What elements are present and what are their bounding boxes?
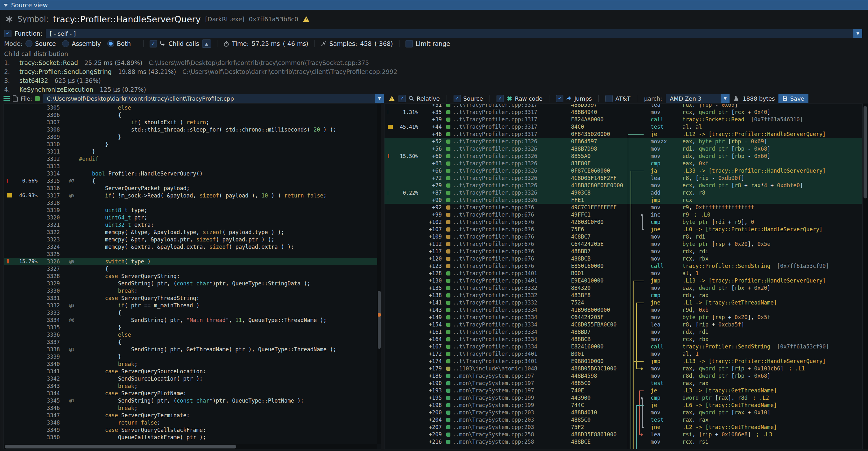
child-call-entry[interactable]: 1.tracy::Socket::Read25.25 ms (54.89%)C:… bbox=[4, 58, 864, 67]
asm-line-79[interactable]: +79..t\TracyProfiler.cpp:3326418B8C80E0B… bbox=[384, 182, 862, 189]
source-line-3314[interactable]: 3314 bool Profiler::HandleServerQuery() bbox=[4, 170, 381, 177]
source-horizontal-scrollbar[interactable] bbox=[4, 444, 377, 449]
source-line-3342[interactable]: 3342 SendSourceLocation( ptr ); bbox=[4, 375, 381, 382]
source-line-3308[interactable]: 3308 std::this_thread::sleep_for( std::c… bbox=[4, 126, 381, 133]
source-line-3306[interactable]: 3306 { bbox=[4, 111, 381, 119]
jump-line[interactable] bbox=[633, 361, 634, 450]
function-checkbox[interactable]: ✓ bbox=[4, 30, 11, 37]
source-line-3337[interactable]: 3337 { bbox=[4, 338, 381, 345]
asm-line-143[interactable]: +143..t\TracyProfiler.cpp:333441B90B0000… bbox=[384, 306, 862, 314]
source-line-3319[interactable]: 3319 uint8_t type; bbox=[4, 206, 381, 214]
child-calls-checkbox[interactable]: ✓ bbox=[150, 40, 157, 48]
source-line-3345[interactable]: 3345@1 SendString( ptr, (const char*)ptr… bbox=[4, 397, 381, 404]
relative-checkbox[interactable]: ✓ bbox=[399, 95, 406, 102]
asm-line-198[interactable]: +198..mon\TracySystem.cpp:199744Cje.L6 -… bbox=[384, 402, 862, 409]
asm-line-193[interactable]: +193..mon\TracySystem.cpp:197740Eje.L3 -… bbox=[384, 387, 862, 394]
source-line-3346[interactable]: 3346 break; bbox=[4, 404, 381, 412]
asm-line-63[interactable]: +63..t\TracyProfiler.cpp:332683F80Fcmpea… bbox=[384, 160, 862, 167]
source-line-3347[interactable]: 3347 case ServerQueryTerminate: bbox=[4, 412, 381, 419]
child-call-entry[interactable]: 3.stat64i32625 μs (1.36%) bbox=[4, 76, 864, 85]
source-line-3305[interactable]: 3305 else bbox=[4, 104, 381, 111]
source-line-3340[interactable]: 3340 break; bbox=[4, 360, 381, 367]
source-line-3336[interactable]: 3336 else bbox=[4, 331, 381, 338]
jump-line[interactable] bbox=[642, 398, 643, 427]
chevron-down-icon[interactable]: ▼ bbox=[375, 94, 384, 103]
expand-button[interactable]: ▲ bbox=[202, 39, 211, 48]
source-line-3331[interactable]: 3331 case ServerQueryThreadString: bbox=[4, 294, 381, 302]
asm-line-35[interactable]: 1.31%+35..t\TracyProfiler.cpp:3317488B49… bbox=[384, 109, 862, 116]
asm-line-149[interactable]: +149..t\TracyProfiler.cpp:3334C64424205F… bbox=[384, 314, 862, 321]
asm-line-123[interactable]: +123..t\TracyProfiler.hpp:676E850160000c… bbox=[384, 263, 862, 270]
asm-line-172[interactable]: +172..t\TracyProfiler.cpp:3401B001moval,… bbox=[384, 350, 862, 358]
source-line-3315[interactable]: 0.66%3315@7 { bbox=[4, 177, 381, 184]
asm-line-154[interactable]: +154..t\TracyProfiler.cpp:33344C8D055FBA… bbox=[384, 321, 862, 328]
source-line-3322[interactable]: 3322 memcpy( &type, &payload.type, sizeo… bbox=[4, 229, 381, 236]
source-line-3316[interactable]: 3316 ServerQueryPacket payload; bbox=[4, 184, 381, 192]
source-line-3328[interactable]: 3328 case ServerQueryString: bbox=[4, 272, 381, 280]
asm-line-164[interactable]: +164..t\TracyProfiler.cpp:3334488BCBmovr… bbox=[384, 336, 862, 343]
source-line-3313[interactable]: 3313 bbox=[4, 162, 381, 170]
source-line-3323[interactable]: 3323 memcpy( &ptr, &payload.ptr, sizeof(… bbox=[4, 236, 381, 243]
asm-line-109[interactable]: +109..t\TracyProfiler.hpp:6764C8BC7movr8… bbox=[384, 233, 862, 240]
asm-line-128[interactable]: +128..t\TracyProfiler.cpp:3401B001moval,… bbox=[384, 270, 862, 277]
source-line-3350[interactable]: 3350 QueueCallstackFrame( ptr ); bbox=[4, 433, 381, 441]
raw-code-checkbox[interactable]: ✓ bbox=[497, 95, 504, 102]
scrollbar-thumb[interactable] bbox=[864, 106, 867, 199]
asm-line-90[interactable]: +90..t\TracyProfiler.cpp:3326FFE1jmprcx bbox=[384, 197, 862, 204]
asm-line-138[interactable]: +138..t\TracyProfiler.cpp:3332483BF8cmpr… bbox=[384, 292, 862, 299]
asm-line-117[interactable]: +117..t\TracyProfiler.hpp:676488BD7movrd… bbox=[384, 248, 862, 255]
chevron-down-icon[interactable]: ▼ bbox=[854, 29, 862, 38]
source-line-3343[interactable]: 3343 break; bbox=[4, 382, 381, 390]
source-line-3327[interactable]: 3327 { bbox=[4, 265, 381, 272]
asm-line-92[interactable]: +92..t\TracyProfiler.hpp:67649C7C1FFFFFF… bbox=[384, 204, 862, 211]
source-line-3335[interactable]: 3335 } bbox=[4, 324, 381, 331]
source-line-3334[interactable]: 3334@6 SendString( ptr, "Main thread", 1… bbox=[4, 316, 381, 324]
scrollbar-thumb[interactable] bbox=[5, 445, 236, 448]
jump-line[interactable] bbox=[628, 134, 628, 450]
asm-line-72[interactable]: +72..t\TracyProfiler.cpp:33264C8D05F146F… bbox=[384, 175, 862, 182]
asm-line-46[interactable]: +46..t\TracyProfiler.cpp:33170F843502000… bbox=[384, 130, 862, 138]
source-line-3317[interactable]: 46.93%3317@5 if( !m_sock->Read( &payload… bbox=[4, 192, 381, 199]
asm-line-141[interactable]: +141..t\TracyProfiler.cpp:33327524jne.L1… bbox=[384, 299, 862, 306]
asm-line-135[interactable]: +135..t\TracyProfiler.cpp:33328B4320move… bbox=[384, 284, 862, 292]
collapse-icon[interactable] bbox=[3, 4, 8, 7]
asm-line-39[interactable]: +39..t\TracyProfiler.cpp:3317E824AA0000c… bbox=[384, 116, 862, 123]
mode-radio-assembly[interactable] bbox=[62, 40, 69, 47]
mode-radio-both[interactable] bbox=[107, 40, 114, 47]
asm-line-200[interactable]: +200..mon\TracySystem.cpp:203488B4010mov… bbox=[384, 409, 862, 416]
source-line-3339[interactable]: 3339 } bbox=[4, 353, 381, 360]
asm-line-66[interactable]: +66..t\TracyProfiler.cpp:33260F87CE06000… bbox=[384, 167, 862, 175]
asm-line-99[interactable]: +99..t\TracyProfiler.hpp:67649FFC1incr9;… bbox=[384, 211, 862, 218]
chevron-down-icon[interactable]: ▼ bbox=[721, 94, 730, 103]
asm-line-190[interactable]: +190..mon\TracySystem.cpp:1974885C0testr… bbox=[384, 380, 862, 387]
child-call-entry[interactable]: 2.tracy::Profiler::SendLongString19.88 m… bbox=[4, 67, 864, 76]
source-line-3318[interactable]: 3318 bbox=[4, 199, 381, 206]
asm-line-204[interactable]: +204..mon\TracySystem.cpp:2034885C0testr… bbox=[384, 416, 862, 424]
source-line-3309[interactable]: 3309 } bbox=[4, 133, 381, 141]
window-vertical-scrollbar[interactable] bbox=[863, 103, 868, 449]
asm-line-179[interactable]: +179..1103\include\atomic:1048488B05B63C… bbox=[384, 365, 862, 372]
jump-line[interactable] bbox=[630, 171, 631, 450]
asm-line-44[interactable]: 45.41%+44..t\TracyProfiler.cpp:331784C0t… bbox=[384, 123, 862, 130]
asm-line-60[interactable]: 15.50%+60..t\TracyProfiler.cpp:33268B55A… bbox=[384, 153, 862, 160]
jumps-checkbox[interactable]: ✓ bbox=[556, 95, 563, 102]
asm-line-87[interactable]: 0.22%+87..t\TracyProfiler.cpp:33264903C8… bbox=[384, 189, 862, 197]
source-line-3321[interactable]: 3321 uint32_t extra; bbox=[4, 221, 381, 229]
asm-line-102[interactable]: +102..t\TracyProfiler.hpp:67642803C0F00c… bbox=[384, 218, 862, 226]
file-combo[interactable]: C:\Users\wolf\Desktop\darkrl\contrib\tra… bbox=[43, 94, 384, 103]
source-line-3320[interactable]: 3320 uint64_t ptr; bbox=[4, 214, 381, 221]
asm-line-207[interactable]: +207..mon\TracySystem.cpp:20375F2jne.L2 … bbox=[384, 424, 862, 431]
source-line-3330[interactable]: 3330 break; bbox=[4, 287, 381, 294]
mode-radio-source[interactable] bbox=[26, 40, 32, 47]
source-line-3344[interactable]: 3344 case ServerQueryPlotName: bbox=[4, 390, 381, 397]
asm-line-120[interactable]: +120..t\TracyProfiler.hpp:676488BCBmovrc… bbox=[384, 255, 862, 263]
jump-line[interactable] bbox=[636, 405, 637, 450]
source-line-3324[interactable]: 3324 memcpy( &extra, &payload.extra, siz… bbox=[4, 243, 381, 250]
asm-line-161[interactable]: +161..t\TracyProfiler.cpp:3334488BD7movr… bbox=[384, 328, 862, 336]
asm-line-31[interactable]: +31..t\TracyProfiler.cpp:3317488D5597lea… bbox=[384, 103, 862, 109]
function-combo[interactable]: [ - self - ] ▼ bbox=[45, 29, 863, 38]
asm-line-174[interactable]: +174..t\TracyProfiler.cpp:3401E9B8010000… bbox=[384, 358, 862, 365]
source-line-3329[interactable]: 3329 SendString( ptr, (const char*)ptr, … bbox=[4, 280, 381, 287]
asm-line-167[interactable]: +167..t\TracyProfiler.cpp:3334E824160000… bbox=[384, 343, 862, 350]
source-line-3307[interactable]: 3307 if( shouldExit ) return; bbox=[4, 119, 381, 126]
